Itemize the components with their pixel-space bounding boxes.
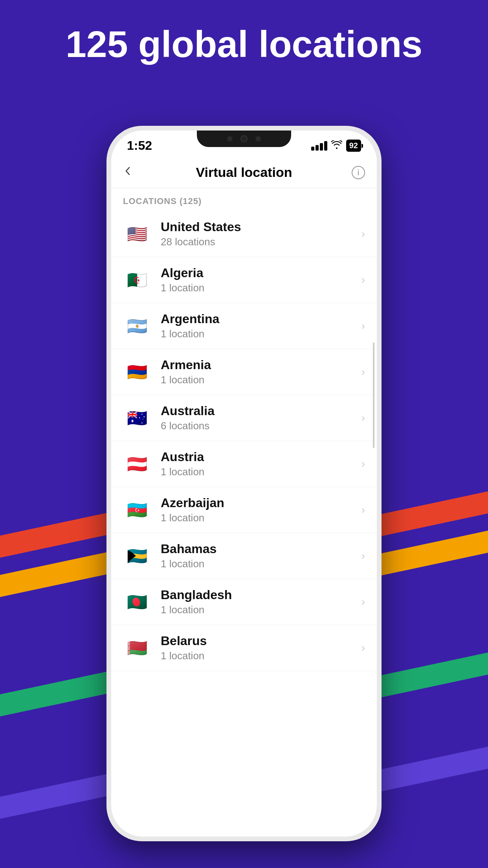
notch-dot-left — [227, 136, 233, 142]
chevron-right-icon: › — [361, 550, 365, 562]
list-item[interactable]: 🇦🇿 Azerbaijan 1 location › — [111, 487, 377, 533]
list-item[interactable]: 🇧🇸 Bahamas 1 location › — [111, 533, 377, 579]
location-info: Australia 6 locations — [161, 404, 361, 432]
location-count: 1 location — [161, 512, 361, 524]
location-info: Algeria 1 location — [161, 266, 361, 294]
location-count: 1 location — [161, 328, 361, 340]
location-info: United States 28 locations — [161, 220, 361, 248]
location-info: Belarus 1 location — [161, 634, 361, 662]
wifi-icon — [331, 140, 342, 152]
back-button[interactable] — [123, 165, 132, 180]
location-count: 6 locations — [161, 420, 361, 432]
notch-dot-right — [255, 136, 261, 142]
location-count: 1 location — [161, 282, 361, 294]
location-count: 1 location — [161, 374, 361, 386]
flag-icon: 🇦🇺 — [123, 404, 151, 432]
chevron-right-icon: › — [361, 366, 365, 378]
chevron-right-icon: › — [361, 458, 365, 470]
flag-icon: 🇩🇿 — [123, 266, 151, 294]
location-info: Armenia 1 location — [161, 358, 361, 386]
location-name: Armenia — [161, 358, 361, 372]
location-info: Austria 1 location — [161, 450, 361, 478]
location-count: 28 locations — [161, 236, 361, 248]
chevron-right-icon: › — [361, 320, 365, 332]
app-title: Virtual location — [196, 165, 292, 180]
chevron-right-icon: › — [361, 504, 365, 516]
location-list: 🇺🇸 United States 28 locations › 🇩🇿 Alger… — [111, 211, 377, 671]
flag-icon: 🇺🇸 — [123, 220, 151, 248]
list-item[interactable]: 🇩🇿 Algeria 1 location › — [111, 257, 377, 303]
location-name: Bangladesh — [161, 588, 361, 602]
list-item[interactable]: 🇦🇺 Australia 6 locations › — [111, 395, 377, 441]
list-item[interactable]: 🇧🇩 Bangladesh 1 location › — [111, 579, 377, 625]
flag-icon: 🇦🇿 — [123, 496, 151, 524]
location-count: 1 location — [161, 466, 361, 478]
chevron-right-icon: › — [361, 412, 365, 424]
location-count: 1 location — [161, 604, 361, 616]
phone-notch — [197, 131, 291, 147]
location-name: Algeria — [161, 266, 361, 280]
location-name: Argentina — [161, 312, 361, 326]
location-info: Azerbaijan 1 location — [161, 496, 361, 524]
location-name: United States — [161, 220, 361, 234]
flag-icon: 🇧🇩 — [123, 588, 151, 616]
phone-screen: 1:52 92 — [111, 131, 377, 837]
flag-icon: 🇧🇾 — [123, 634, 151, 662]
section-header: LOCATIONS (125) — [111, 188, 377, 211]
list-item[interactable]: 🇦🇹 Austria 1 location › — [111, 441, 377, 487]
list-item[interactable]: 🇧🇾 Belarus 1 location › — [111, 625, 377, 671]
info-icon: i — [358, 167, 360, 178]
scroll-indicator — [373, 342, 374, 448]
list-item[interactable]: 🇺🇸 United States 28 locations › — [111, 211, 377, 257]
flag-icon: 🇧🇸 — [123, 542, 151, 570]
chevron-right-icon: › — [361, 596, 365, 608]
location-name: Azerbaijan — [161, 496, 361, 510]
location-name: Bahamas — [161, 542, 361, 556]
chevron-right-icon: › — [361, 274, 365, 286]
chevron-right-icon: › — [361, 228, 365, 240]
list-item[interactable]: 🇦🇲 Armenia 1 location › — [111, 349, 377, 395]
location-name: Austria — [161, 450, 361, 464]
info-button[interactable]: i — [352, 166, 365, 179]
location-info: Bangladesh 1 location — [161, 588, 361, 616]
location-info: Bahamas 1 location — [161, 542, 361, 570]
list-item[interactable]: 🇦🇷 Argentina 1 location › — [111, 303, 377, 349]
flag-icon: 🇦🇷 — [123, 312, 151, 340]
signal-bars-icon — [311, 141, 327, 151]
phone-frame: 1:52 92 — [106, 126, 382, 841]
battery-icon: 92 — [346, 140, 361, 152]
app-header: Virtual location i — [111, 157, 377, 188]
notch-camera — [240, 135, 248, 142]
location-count: 1 location — [161, 650, 361, 662]
location-info: Argentina 1 location — [161, 312, 361, 340]
location-name: Australia — [161, 404, 361, 418]
chevron-right-icon: › — [361, 642, 365, 654]
flag-icon: 🇦🇹 — [123, 450, 151, 478]
hero-title: 125 global locations — [0, 24, 488, 65]
location-count: 1 location — [161, 558, 361, 570]
flag-icon: 🇦🇲 — [123, 358, 151, 386]
status-time: 1:52 — [127, 138, 152, 153]
status-icons: 92 — [311, 140, 361, 152]
location-name: Belarus — [161, 634, 361, 648]
